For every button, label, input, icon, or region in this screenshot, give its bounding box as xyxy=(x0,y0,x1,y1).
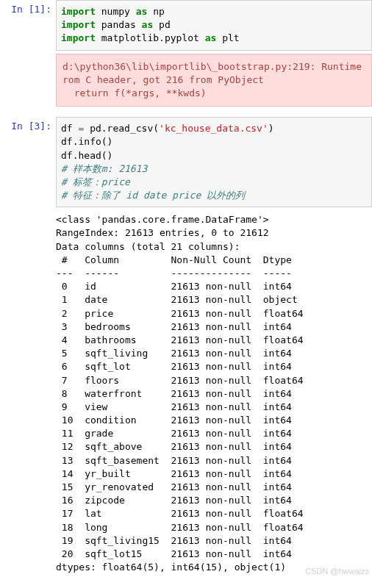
output-row: 0 id 21613 non-null int64 xyxy=(56,281,304,292)
output-colhead: # Column Non-Null Count Dtype xyxy=(56,254,304,265)
string-literal: 'kc_house_data.csv' xyxy=(159,123,268,134)
output-row: 12 sqft_above 21613 non-null int64 xyxy=(56,441,304,452)
output-row: 10 condition 21613 non-null int64 xyxy=(56,415,304,426)
keyword-import: import xyxy=(61,6,96,17)
warning-line: d:\python36\lib\importlib\_bootstrap.py:… xyxy=(62,61,362,72)
output-row: 7 floors 21613 non-null float64 xyxy=(56,375,304,386)
keyword-as: as xyxy=(205,32,217,43)
output-row: 8 waterfront 21613 non-null int64 xyxy=(56,388,304,399)
output-row: 14 yr_built 21613 non-null int64 xyxy=(56,468,304,479)
prompt-in-3: In [3]: xyxy=(0,117,56,133)
output-row: 1 date 21613 non-null object xyxy=(56,294,304,305)
alias-name: pd xyxy=(153,19,170,30)
output-line: RangeIndex: 21613 entries, 0 to 21612 xyxy=(56,227,269,238)
warning-line: return f(*args, **kwds) xyxy=(62,87,207,98)
output-footer: dtypes: float64(5), int64(15), object(1) xyxy=(56,562,286,573)
output-row: 13 sqft_basement 21613 non-null int64 xyxy=(56,455,304,466)
output-row: 20 sqft_lot15 21613 non-null int64 xyxy=(56,548,304,559)
output-row: 3 bedrooms 21613 non-null int64 xyxy=(56,321,304,332)
stderr-warning: d:\python36\lib\importlib\_bootstrap.py:… xyxy=(56,54,372,107)
output-row: 2 price 21613 non-null float64 xyxy=(56,308,304,319)
code-area-1[interactable]: import numpy as np import pandas as pd i… xyxy=(56,0,372,51)
output-row: 18 long 21613 non-null float64 xyxy=(56,522,304,533)
code-text: df.info() xyxy=(61,136,112,147)
module-name: pandas xyxy=(96,19,142,30)
output-row: 16 zipcode 21613 non-null int64 xyxy=(56,495,304,506)
code-comment: # 样本数m: 21613 xyxy=(61,163,147,174)
keyword-import: import xyxy=(61,19,96,30)
output-line: Data columns (total 21 columns): xyxy=(56,241,240,252)
keyword-as: as xyxy=(142,19,154,30)
input-cell-1: In [1]: import numpy as np import pandas… xyxy=(0,0,372,51)
alias-name: plt xyxy=(216,32,239,43)
keyword-import: import xyxy=(61,32,96,43)
output-row: 11 grade 21613 non-null int64 xyxy=(56,428,304,439)
output-row: 4 bathrooms 21613 non-null float64 xyxy=(56,334,304,345)
code-text: df xyxy=(61,123,78,134)
keyword-as: as xyxy=(136,6,148,17)
output-row: 9 view 21613 non-null int64 xyxy=(56,401,304,412)
code-comment: # 标签：price xyxy=(61,176,130,187)
module-name: matplotlib.pyplot xyxy=(96,32,205,43)
output-row: 17 lat 21613 non-null float64 xyxy=(56,508,304,519)
code-text: pd.read_csv( xyxy=(84,123,159,134)
warning-line: rom C header, got 216 from PyObject xyxy=(62,74,264,85)
output-line: <class 'pandas.core.frame.DataFrame'> xyxy=(56,214,269,225)
code-text: df.head() xyxy=(61,150,112,161)
code-comment: # 特征：除了 id date price 以外的列 xyxy=(61,190,245,201)
output-row: 15 yr_renovated 21613 non-null int64 xyxy=(56,481,304,492)
module-name: numpy xyxy=(96,6,136,17)
output-row: 5 sqft_living 21613 non-null int64 xyxy=(56,348,304,359)
output-row: 6 sqft_lot 21613 non-null int64 xyxy=(56,361,304,372)
alias-name: np xyxy=(147,6,164,17)
code-area-3[interactable]: df = pd.read_csv('kc_house_data.csv') df… xyxy=(56,117,372,207)
stdout-output: <class 'pandas.core.frame.DataFrame'> Ra… xyxy=(56,210,372,577)
output-dashline: --- ------ -------------- ----- xyxy=(56,268,304,279)
code-text: ) xyxy=(268,123,274,134)
prompt-in-1: In [1]: xyxy=(0,0,56,16)
input-cell-3: In [3]: df = pd.read_csv('kc_house_data.… xyxy=(0,117,372,207)
watermark: CSDN @hwwaizs xyxy=(305,566,369,577)
output-row: 19 sqft_living15 21613 non-null int64 xyxy=(56,535,304,546)
